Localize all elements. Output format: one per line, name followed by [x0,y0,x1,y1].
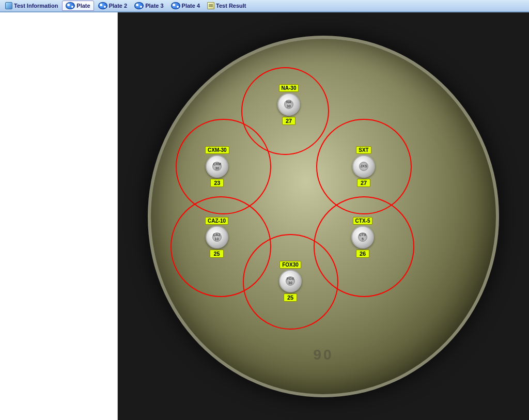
tab-test-result[interactable]: Test Result [204,1,249,10]
disc-na30[interactable]: NA-30 NA30 27 [277,84,300,125]
disc-caz10-value: 25 [210,250,223,258]
tab-test-result-label: Test Result [216,3,246,9]
tab-plate2-label: Plate 2 [109,3,127,9]
disc-fox30-value: 25 [284,293,297,302]
disc-fox30-label: FOX30 [279,261,301,269]
notebook-icon [207,2,214,9]
disc-caz10[interactable]: CAZ-10 CAZ10 25 [205,217,228,258]
disc-fox30[interactable]: FOX30 FOX30 25 [279,261,302,302]
tab-plate3-label: Plate 3 [145,3,163,9]
disc-ctx5-label: CTX-5 [353,217,373,225]
disc-sxt-image: JXS [352,155,375,178]
disc-caz10-text: CAZ10 [213,233,220,241]
disc-sxt-text: JXS [360,164,367,168]
tab-bar: Test Information Plate Plate 2 Plate 3 P… [0,0,529,12]
disc-ctx5-value: 26 [356,250,369,258]
disc-cxm30[interactable]: CXM-30 CXM30 23 [205,146,229,187]
tab-test-information[interactable]: Test Information [2,1,61,10]
disc-cxm30-value: 23 [210,179,224,187]
info-icon [5,2,12,9]
disc-sxt[interactable]: SXT JXS 27 [352,146,375,187]
disc-caz10-label: CAZ-10 [205,217,228,225]
disc-ctx5-text: CTX5 [359,233,366,241]
tab-plate2[interactable]: Plate 2 [95,1,130,10]
petri-dish: NA-30 NA30 27 CXM-30 CXM30 23 SXT JXS [148,36,499,397]
disc-na30-label: NA-30 [279,84,299,92]
tab-plate-label: Plate [76,3,90,9]
disc-cxm30-text: CXM30 [213,162,222,170]
tab-test-information-label: Test Information [14,3,58,9]
tab-plate3[interactable]: Plate 3 [131,1,166,10]
plate-area: NA-30 NA30 27 CXM-30 CXM30 23 SXT JXS [118,12,529,420]
tab-plate4[interactable]: Plate 4 [168,1,203,10]
tab-plate[interactable]: Plate [62,1,94,11]
tab-plate4-label: Plate 4 [182,3,200,9]
disc-fox30-image: FOX30 [279,270,302,292]
disc-fox30-text: FOX30 [287,277,294,285]
disc-ctx5-image: CTX5 [351,226,374,248]
blue-dot-icon-plate4 [171,2,180,9]
disc-na30-text: NA30 [286,100,291,108]
disc-caz10-image: CAZ10 [206,226,228,248]
disc-cxm30-label: CXM-30 [205,146,229,154]
disc-sxt-label: SXT [356,146,371,154]
disc-sxt-value: 27 [357,179,370,187]
disc-cxm30-image: CXM30 [206,155,228,178]
blue-dot-icon-plate2 [98,2,107,9]
dish-bottom-label: 90 [313,347,333,363]
blue-dot-icon-plate [66,2,75,9]
left-sidebar [0,12,118,420]
blue-dot-icon-plate3 [134,2,144,9]
disc-na30-image: NA30 [277,93,300,116]
disc-na30-value: 27 [282,117,295,125]
main-layout: NA-30 NA30 27 CXM-30 CXM30 23 SXT JXS [0,12,529,420]
disc-ctx5[interactable]: CTX-5 CTX5 26 [351,217,374,258]
